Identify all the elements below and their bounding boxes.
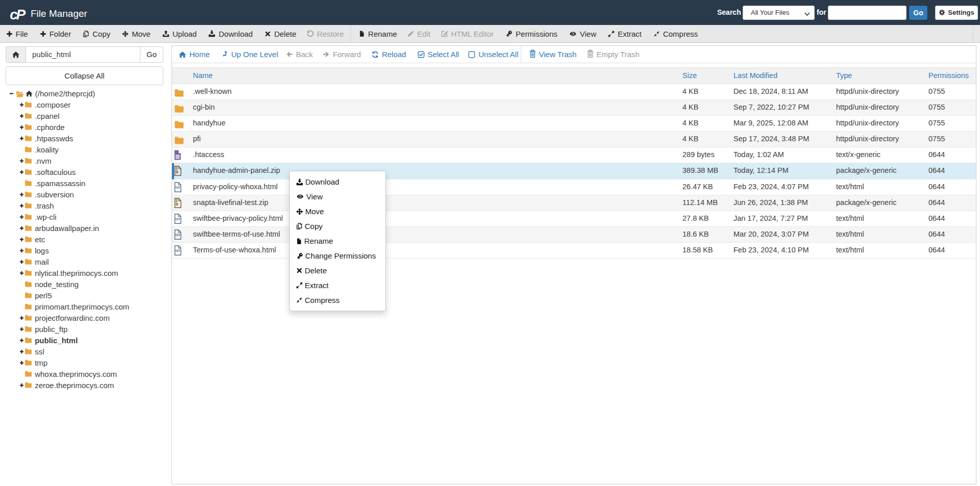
- svg-text:cP: cP: [10, 8, 26, 21]
